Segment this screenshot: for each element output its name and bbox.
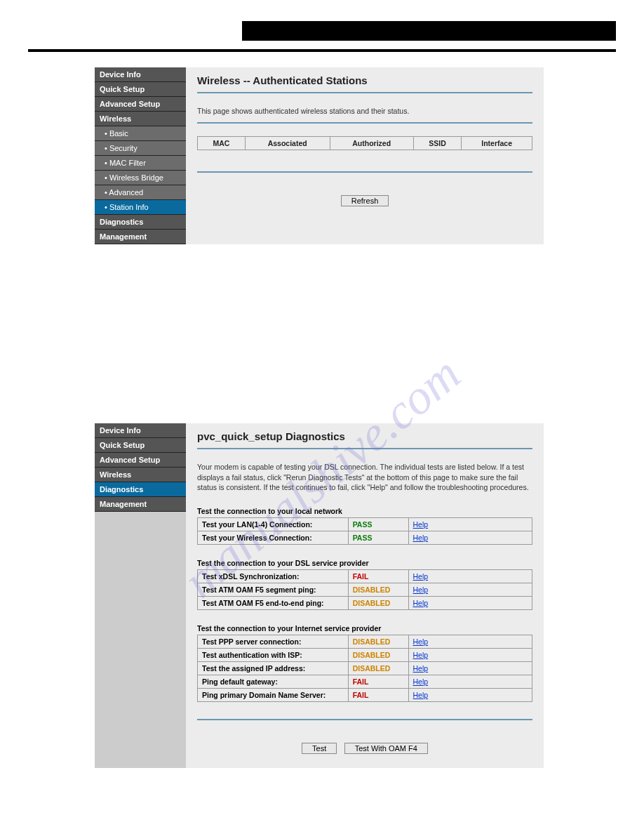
table-row: Test the assigned IP address:DISABLEDHel… bbox=[198, 662, 532, 675]
test-button[interactable]: Test bbox=[302, 743, 337, 754]
nav-item[interactable]: Device Info bbox=[95, 423, 186, 438]
table-row: Ping default gateway:FAILHelp bbox=[198, 675, 532, 689]
help-link[interactable]: Help bbox=[413, 572, 429, 581]
diag-status: DISABLED bbox=[353, 599, 391, 607]
hr bbox=[197, 171, 532, 173]
hr bbox=[197, 448, 532, 449]
refresh-button[interactable]: Refresh bbox=[341, 195, 389, 206]
hr bbox=[197, 719, 532, 720]
hr bbox=[197, 92, 532, 93]
diag-test-name: Test your LAN(1-4) Connection: bbox=[198, 518, 349, 531]
diag-status: DISABLED bbox=[353, 664, 391, 673]
table-row: Ping primary Domain Name Server:FAILHelp bbox=[198, 689, 532, 702]
nav-item[interactable]: • Station Info bbox=[95, 200, 186, 215]
diag-status: PASS bbox=[353, 520, 373, 529]
header-divider bbox=[28, 49, 616, 52]
stations-table: MACAssociatedAuthorizedSSIDInterface bbox=[197, 136, 532, 150]
column-header: Associated bbox=[245, 136, 330, 150]
panel2-desc: Your modem is capable of testing your DS… bbox=[197, 462, 532, 493]
table-row: Test xDSL Synchronization:FAILHelp bbox=[198, 570, 532, 583]
column-header: SSID bbox=[413, 136, 462, 150]
table-row: Test your LAN(1-4) Connection:PASSHelp bbox=[198, 518, 532, 531]
header-black-bar bbox=[242, 21, 616, 41]
wireless-content: Wireless -- Authenticated Stations This … bbox=[186, 67, 544, 244]
diag-table: Test PPP server connection:DISABLEDHelpT… bbox=[197, 635, 532, 702]
diag-table: Test your LAN(1-4) Connection:PASSHelpTe… bbox=[197, 517, 532, 545]
column-header: Interface bbox=[462, 136, 532, 150]
nav-item[interactable]: • Advanced bbox=[95, 185, 186, 200]
diag-section-heading: Test the connection to your local networ… bbox=[197, 507, 532, 515]
diag-status: FAIL bbox=[353, 677, 369, 686]
hr bbox=[197, 122, 532, 124]
diag-test-name: Test authentication with ISP: bbox=[198, 649, 349, 662]
diag-status: FAIL bbox=[353, 691, 369, 699]
diag-test-name: Test xDSL Synchronization: bbox=[198, 570, 349, 583]
nav-item[interactable]: Management bbox=[95, 497, 186, 512]
nav-item[interactable]: Quick Setup bbox=[95, 82, 186, 97]
diag-section-heading: Test the connection to your Internet ser… bbox=[197, 624, 532, 633]
nav-item[interactable]: Diagnostics bbox=[95, 215, 186, 230]
diag-test-name: Test PPP server connection: bbox=[198, 635, 349, 649]
diag-status: FAIL bbox=[353, 572, 369, 581]
column-header: MAC bbox=[198, 136, 246, 150]
table-row: Test authentication with ISP:DISABLEDHel… bbox=[198, 649, 532, 662]
diag-table: Test xDSL Synchronization:FAILHelpTest A… bbox=[197, 569, 532, 610]
test-oam-f4-button[interactable]: Test With OAM F4 bbox=[344, 743, 428, 754]
nav-item[interactable]: Wireless bbox=[95, 468, 186, 482]
table-row: Test ATM OAM F5 segment ping:DISABLEDHel… bbox=[198, 583, 532, 597]
help-link[interactable]: Help bbox=[413, 599, 429, 607]
diag-status: DISABLED bbox=[353, 585, 391, 594]
diagnostics-panel: Device InfoQuick SetupAdvanced SetupWire… bbox=[95, 423, 544, 768]
help-link[interactable]: Help bbox=[413, 520, 429, 529]
table-row: Test PPP server connection:DISABLEDHelp bbox=[198, 635, 532, 649]
table-row: Test ATM OAM F5 end-to-end ping:DISABLED… bbox=[198, 597, 532, 610]
panel2-title: pvc_quick_setup Diagnostics bbox=[197, 430, 532, 442]
column-header: Authorized bbox=[330, 136, 413, 150]
help-link[interactable]: Help bbox=[413, 637, 429, 646]
panel1-desc: This page shows authenticated wireless s… bbox=[197, 106, 532, 117]
panel1-title: Wireless -- Authenticated Stations bbox=[197, 74, 532, 86]
help-link[interactable]: Help bbox=[413, 664, 429, 673]
diag-section-heading: Test the connection to your DSL service … bbox=[197, 559, 532, 567]
nav-item[interactable]: Quick Setup bbox=[95, 438, 186, 453]
nav-item[interactable]: Wireless bbox=[95, 112, 186, 126]
help-link[interactable]: Help bbox=[413, 651, 429, 659]
help-link[interactable]: Help bbox=[413, 585, 429, 594]
help-link[interactable]: Help bbox=[413, 534, 429, 542]
diag-status: PASS bbox=[353, 534, 373, 542]
help-link[interactable]: Help bbox=[413, 691, 429, 699]
diag-test-name: Ping primary Domain Name Server: bbox=[198, 689, 349, 702]
nav-sidebar-2: Device InfoQuick SetupAdvanced SetupWire… bbox=[95, 423, 186, 768]
diag-test-name: Test your Wireless Connection: bbox=[198, 531, 349, 545]
nav-item[interactable]: • Basic bbox=[95, 126, 186, 141]
nav-item[interactable]: Advanced Setup bbox=[95, 97, 186, 112]
diag-test-name: Test ATM OAM F5 end-to-end ping: bbox=[198, 597, 349, 610]
wireless-stations-panel: Device InfoQuick SetupAdvanced SetupWire… bbox=[95, 67, 544, 244]
nav-sidebar-1: Device InfoQuick SetupAdvanced SetupWire… bbox=[95, 67, 186, 244]
diag-test-name: Test the assigned IP address: bbox=[198, 662, 349, 675]
diagnostics-content: pvc_quick_setup Diagnostics Your modem i… bbox=[186, 423, 544, 768]
nav-item[interactable]: Diagnostics bbox=[95, 482, 186, 497]
nav-item[interactable]: • Wireless Bridge bbox=[95, 171, 186, 185]
nav-item[interactable]: • MAC Filter bbox=[95, 156, 186, 171]
diag-test-name: Test ATM OAM F5 segment ping: bbox=[198, 583, 349, 597]
diag-status: DISABLED bbox=[353, 637, 391, 646]
diag-status: DISABLED bbox=[353, 651, 391, 659]
diag-test-name: Ping default gateway: bbox=[198, 675, 349, 689]
nav-item[interactable]: Management bbox=[95, 230, 186, 244]
nav-item[interactable]: • Security bbox=[95, 141, 186, 156]
help-link[interactable]: Help bbox=[413, 677, 429, 686]
nav-item[interactable]: Advanced Setup bbox=[95, 453, 186, 468]
table-row: Test your Wireless Connection:PASSHelp bbox=[198, 531, 532, 545]
nav-item[interactable]: Device Info bbox=[95, 67, 186, 82]
